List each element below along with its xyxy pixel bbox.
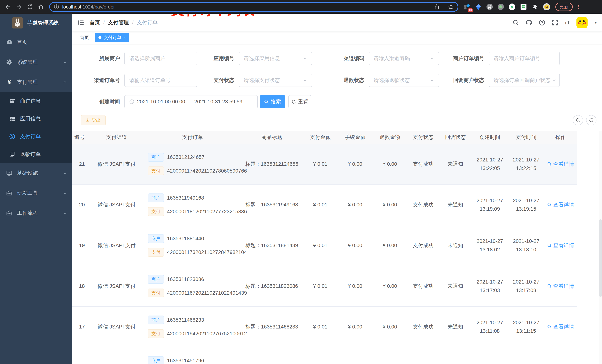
merchant-tag: 商户 <box>148 193 164 202</box>
help-icon[interactable] <box>539 19 545 26</box>
forward-icon[interactable] <box>16 4 22 10</box>
pay-tag: 支付 <box>148 166 164 175</box>
sidebar-item-pay[interactable]: ¥ 支付管理 <box>0 72 72 92</box>
caret-down-icon[interactable]: ▼ <box>594 21 598 25</box>
pay-status-select[interactable]: 请选择支付状态 <box>239 74 312 87</box>
sidebar-item-app-info[interactable]: 应用信息 <box>0 110 72 128</box>
channel-code-select[interactable]: 请输入渠道编码 <box>369 52 439 65</box>
app-select[interactable]: 请选择应用信息 <box>239 52 312 65</box>
merchant-order-no: 1635311468233 <box>167 317 204 323</box>
close-icon[interactable]: × <box>124 35 126 40</box>
command-extension-icon[interactable] <box>486 4 493 10</box>
filter-label-app: 应用编号 <box>183 52 239 65</box>
notify-status-select[interactable]: 请选择订单回调商户状态 <box>489 74 560 87</box>
store-icon <box>9 98 16 104</box>
y-extension-icon[interactable]: y <box>509 3 515 10</box>
sidebar-collapse-icon[interactable] <box>77 19 85 26</box>
refresh-table-button[interactable] <box>586 115 596 125</box>
scrollbar-thumb[interactable] <box>599 219 602 297</box>
search-icon[interactable] <box>512 19 519 26</box>
sidebar-item-label: 基础设施 <box>17 170 38 177</box>
extension-badge-icon[interactable]: 10 <box>463 3 470 10</box>
view-detail-link[interactable]: 查看详情 <box>547 201 574 208</box>
sidebar-item-pay-order[interactable]: 支付订单 <box>0 128 72 145</box>
merchant-order-no: 1635311823086 <box>167 276 204 282</box>
orders-table: 编号 支付渠道 支付订单 商品标题 支付金额 手续金额 退款金额 支付状态 回调… <box>72 131 577 364</box>
avatar[interactable] <box>576 17 588 28</box>
share-icon[interactable] <box>434 4 440 10</box>
sidebar-item-label: 系统管理 <box>17 59 38 66</box>
kite-extension-icon[interactable] <box>475 3 482 10</box>
browser-update-button[interactable]: 更新 <box>555 3 573 11</box>
merchant-order-no: 1635311451796 <box>167 358 204 364</box>
sidebar-item-refund-order[interactable]: 退款订单 <box>0 145 72 163</box>
bookmark-star-icon[interactable] <box>448 4 454 10</box>
profile-emoji-icon[interactable] <box>543 3 550 10</box>
export-button[interactable]: 导出 <box>81 115 106 125</box>
sidebar-item-workflow[interactable]: 工作流程 <box>0 203 72 223</box>
extensions-row: 10 y <box>463 3 550 10</box>
navbar: 首页 / 支付管理 / 支付订单 TT ▼ <box>72 14 602 31</box>
merchant-tag: 商户 <box>148 356 164 364</box>
breadcrumb-home[interactable]: 首页 <box>90 19 100 26</box>
sidebar-item-merchant-info[interactable]: 商户信息 <box>0 92 72 110</box>
font-size-icon[interactable]: TT <box>565 20 570 26</box>
pay-tag: 支付 <box>148 248 164 257</box>
table-header-row: 编号 支付渠道 支付订单 商品标题 支付金额 手续金额 退款金额 支付状态 回调… <box>72 131 577 144</box>
home-icon[interactable] <box>38 4 44 10</box>
search-button[interactable]: 搜索 <box>260 95 285 108</box>
refund-status-select[interactable]: 请选择退款状态 <box>369 74 439 87</box>
browser-menu-icon[interactable]: ⋮ <box>576 4 581 10</box>
github-icon[interactable] <box>525 19 532 26</box>
table-row: 17 微信 JSAPI 支付 商户1635311468233 支付4200001… <box>72 307 577 347</box>
back-icon[interactable] <box>5 4 11 10</box>
reload-icon[interactable] <box>27 4 33 10</box>
browser-toolbar: localhost:1024/pay/order 10 y 更新 ⋮ <box>0 0 602 14</box>
tag-pay-order-active[interactable]: 支付订单× <box>95 33 129 42</box>
sidebar-item-dev-tools[interactable]: 研发工具 <box>0 183 72 203</box>
view-detail-link[interactable]: 查看详情 <box>547 283 574 290</box>
app-title: 芋道管理系统 <box>27 20 58 26</box>
chevron-down-icon <box>552 78 557 83</box>
date-start: 2021-10-01 00:00:00 <box>137 99 185 105</box>
sidebar-item-system[interactable]: 系统管理 <box>0 52 72 72</box>
view-detail-link[interactable]: 查看详情 <box>547 242 574 249</box>
main-content: 所属商户 请选择所属商户 应用编号 请选择应用信息 渠道编码 请输入渠道编码 商… <box>72 44 602 364</box>
date-separator: - <box>189 99 191 105</box>
merchant-tag: 商户 <box>148 316 164 324</box>
fullscreen-icon[interactable] <box>552 19 558 26</box>
sidebar-item-label: 退款订单 <box>20 151 41 158</box>
screen: localhost:1024/pay/order 10 y 更新 ⋮ 芋道管理系… <box>0 0 602 364</box>
monitor-check-icon <box>6 170 13 177</box>
pay-tag: 支付 <box>148 289 164 297</box>
date-end: 2021-10-31 23:59:59 <box>194 99 242 105</box>
sidebar-item-home[interactable]: 首页 <box>0 32 72 52</box>
view-detail-link[interactable]: 查看详情 <box>547 323 574 330</box>
site-info-icon[interactable] <box>54 4 59 10</box>
show-search-toggle-button[interactable] <box>573 115 583 125</box>
tag-home[interactable]: 首页 <box>77 33 92 42</box>
filter-label-merchant-order-no: 商户订单编号 <box>433 52 489 65</box>
breadcrumb-current: 支付订单 <box>137 19 158 26</box>
table-scrollbar[interactable] <box>599 131 602 364</box>
filter-label-channel-code: 渠道编码 <box>313 52 369 65</box>
sidebar-item-infra[interactable]: 基础设施 <box>0 163 72 183</box>
reset-button[interactable]: 重置 <box>288 95 311 108</box>
sidebar-item-label: 支付管理 <box>17 79 38 86</box>
chevron-down-icon <box>63 171 67 175</box>
col-header: 支付状态 <box>407 134 440 141</box>
green-dot-extension-icon[interactable] <box>498 4 504 10</box>
refresh-icon <box>291 99 296 104</box>
app-logo-row[interactable]: 芋道管理系统 <box>0 14 72 32</box>
view-detail-link[interactable]: 查看详情 <box>547 161 574 167</box>
channel-order-no: 4200001173202110272847982104 <box>167 249 247 255</box>
chat-extension-icon[interactable] <box>520 3 527 10</box>
channel-order-no: 4200001174202110278060590766 <box>167 168 247 174</box>
url-bar[interactable]: localhost:1024/pay/order <box>49 2 458 12</box>
col-header: 创建时间 <box>471 133 508 142</box>
extensions-puzzle-icon[interactable] <box>532 3 538 10</box>
create-time-range-input[interactable]: 2021-10-01 00:00:00 - 2021-10-31 23:59:5… <box>124 95 258 108</box>
merchant-order-no-input[interactable]: 请输入商户订单编号 <box>489 52 560 65</box>
breadcrumb-pay[interactable]: 支付管理 <box>108 19 129 26</box>
yen-circle-icon <box>9 133 16 140</box>
